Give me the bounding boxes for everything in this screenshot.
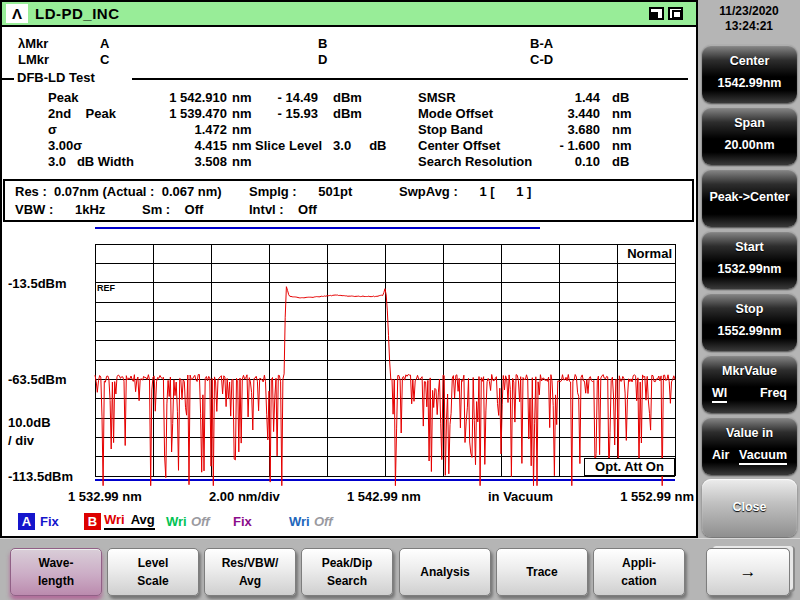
trace-c-state: Off <box>191 514 210 529</box>
softkey-close[interactable]: Close <box>702 479 797 537</box>
title-bar: Λ LD-PD_INC <box>2 2 696 27</box>
y-axis-scale-label: / div <box>8 433 34 448</box>
result-unit: nm <box>232 122 252 137</box>
softkey-value-in[interactable]: Value in Air Vacuum <box>702 417 797 475</box>
result-value: 3.680 <box>520 122 600 137</box>
arrow-right-icon: → <box>707 562 789 582</box>
marker-row-level: LMkr C D C-D <box>0 52 698 68</box>
softkey-stop[interactable]: Stop 1552.99nm <box>702 293 797 351</box>
optical-attenuator-status: Opt. Att On <box>584 458 675 476</box>
smoothing-setting: Sm : Off <box>142 202 203 217</box>
marker-c: C <box>100 52 109 67</box>
result-label: Center Offset <box>418 138 500 153</box>
tab-res-vbw-avg[interactable]: Res/VBW/ Avg <box>204 548 296 596</box>
ref-line-label: REF <box>97 284 115 293</box>
x-axis-labels: 1 532.99 nm 2.00 nm/div 1 542.99 nm in V… <box>68 489 694 504</box>
separator-line <box>132 78 688 80</box>
result-unit: nm <box>232 138 252 153</box>
result-unit: nm <box>232 154 252 169</box>
datetime-display: 11/23/2020 13:24:21 <box>698 4 800 34</box>
result-label: 3.0 dB Width <box>48 154 134 169</box>
result-label: 2nd Peak <box>48 106 116 121</box>
tab-label: Analysis <box>400 565 490 579</box>
softkey-start[interactable]: Start 1532.99nm <box>702 231 797 289</box>
x-vacuum-label: in Vacuum <box>488 489 553 504</box>
tab-label: Peak/Dip <box>302 556 392 570</box>
trace-mode-label: Normal <box>563 246 672 261</box>
softkey-label: Value in <box>702 426 797 440</box>
tab-level-scale[interactable]: Level Scale <box>107 548 199 596</box>
result-unit: nm <box>612 138 632 153</box>
minimize-icon[interactable] <box>649 7 664 20</box>
result-value: 3.508 <box>143 154 227 169</box>
x-stop-label: 1 552.99 nm <box>620 489 694 504</box>
softkey-peak-to-center[interactable]: Peak->Center <box>702 169 797 227</box>
x-div-label: 2.00 nm/div <box>209 489 280 504</box>
result-value: 1.472 <box>143 122 227 137</box>
marker-row-wavelength: λMkr A B B-A <box>0 36 698 52</box>
sampling-setting: Smplg : 501pt <box>249 184 352 199</box>
softkey-label: Stop <box>702 302 797 316</box>
result-unit: dB <box>612 90 629 105</box>
tab-analysis[interactable]: Analysis <box>399 548 491 596</box>
result-label: Search Resolution <box>418 154 532 169</box>
tab-more-arrow[interactable]: → <box>706 548 790 596</box>
result-unit: nm <box>232 90 252 105</box>
x-center-label: 1 542.99 nm <box>347 489 421 504</box>
tab-label: Scale <box>108 574 198 588</box>
softkey-value: 1552.99nm <box>702 324 797 338</box>
x-start-label: 1 532.99 nm <box>68 489 142 504</box>
result-row-sigma: σ 1.472 nm Stop Band 3.680 nm <box>0 122 698 138</box>
marker-a: A <box>100 36 109 51</box>
y-axis-scale-label: 10.0dB <box>8 415 51 430</box>
result-unit: nm <box>612 106 632 121</box>
softkey-value: 20.00nm <box>702 138 797 152</box>
function-menu-bar: Wave- length Level Scale Res/VBW/ Avg Pe… <box>0 538 800 600</box>
tab-label: Wave- <box>11 556 101 570</box>
interval-setting: Intvl : Off <box>249 202 317 217</box>
result-label: 3.00σ <box>48 138 82 153</box>
option-air: Air <box>712 448 729 465</box>
softkey-center[interactable]: Center 1542.99nm <box>702 45 797 103</box>
section-separator: DFB-LD Test <box>0 70 698 86</box>
softkey-label: Span <box>702 116 797 130</box>
marker-b-a: B-A <box>530 36 553 51</box>
trace-a-badge: A <box>18 513 35 530</box>
result-label: Peak <box>48 90 78 105</box>
trace-e-write: Wri <box>289 514 310 529</box>
option-vacuum: Vacuum <box>739 448 787 465</box>
tab-wavelength[interactable]: Wave- length <box>10 548 102 596</box>
option-frequency: Freq <box>760 386 787 403</box>
trace-c-write: Wri <box>166 514 187 529</box>
softkey-sidebar: 11/23/2020 13:24:21 Center 1542.99nm Spa… <box>698 0 800 600</box>
softkey-marker-value[interactable]: MkrValue Wl Freq <box>702 355 797 413</box>
y-axis-ref-label: -13.5dBm <box>8 276 67 291</box>
trace-a-state: Fix <box>40 514 59 529</box>
maximize-icon[interactable] <box>668 7 683 20</box>
result-value: 1 542.910 <box>143 90 227 105</box>
result-value: 3.440 <box>520 106 600 121</box>
softkey-options: Wl Freq <box>712 386 787 403</box>
result-value: 0.10 <box>520 154 600 169</box>
softkey-label: Peak->Center <box>702 190 797 204</box>
softkey-span[interactable]: Span 20.00nm <box>702 107 797 165</box>
y-axis-mid-label: -63.5dBm <box>8 372 67 387</box>
tab-trace[interactable]: Trace <box>496 548 588 596</box>
trace-b-write: Wri <box>104 512 125 527</box>
softkey-value: 1542.99nm <box>702 76 797 90</box>
main-display-panel: Λ LD-PD_INC λMkr A B B-A LMkr C D C-D DF… <box>0 0 698 538</box>
vbw-setting: VBW : 1kHz <box>15 202 105 217</box>
trace-e-state: Off <box>314 514 333 529</box>
tab-application[interactable]: Appli- cation <box>593 548 685 596</box>
time-label: 13:24:21 <box>698 19 800 34</box>
date-label: 11/23/2020 <box>698 4 800 19</box>
result-row-2nd-peak: 2nd Peak 1 539.470 nm - 15.93 dBm Mode O… <box>0 106 698 122</box>
tab-label: cation <box>594 574 684 588</box>
tab-label: Trace <box>497 565 587 579</box>
result-row-peak: Peak 1 542.910 nm - 14.49 dBm SMSR 1.44 … <box>0 90 698 106</box>
trace-b-badge: B <box>84 513 101 530</box>
anritsu-logo-icon: Λ <box>6 4 28 23</box>
result-value: - 1.600 <box>520 138 600 153</box>
tab-peak-dip-search[interactable]: Peak/Dip Search <box>301 548 393 596</box>
trace-d-state: Fix <box>233 514 252 529</box>
